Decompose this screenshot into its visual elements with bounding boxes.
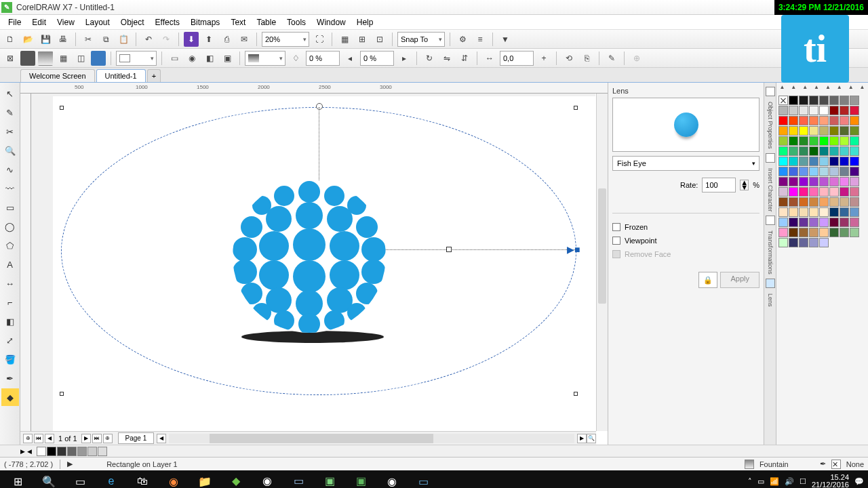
page-add2[interactable]: ⊕: [103, 434, 113, 443]
color-swatch[interactable]: [799, 177, 808, 186]
color-swatch[interactable]: [819, 146, 829, 156]
search-button[interactable]: 🔍: [34, 470, 64, 488]
rotation-handle[interactable]: [316, 103, 323, 110]
copy-button[interactable]: ⧉: [98, 32, 113, 47]
color-swatch[interactable]: [819, 218, 829, 227]
taskview-button[interactable]: ▭: [65, 470, 95, 488]
arrow-icon[interactable]: ↔: [482, 51, 497, 66]
color-swatch[interactable]: [829, 126, 839, 136]
color-swatch[interactable]: [789, 187, 798, 197]
effects-tool[interactable]: ◧: [1, 312, 19, 330]
tab-document[interactable]: Untitled-1: [96, 69, 146, 82]
color-swatch[interactable]: [789, 116, 798, 125]
save-button[interactable]: 💾: [38, 32, 53, 47]
lock-button[interactable]: 🔒: [698, 272, 717, 288]
dimension-tool[interactable]: ↔: [1, 274, 19, 292]
color-swatch[interactable]: [778, 167, 788, 176]
color-swatch[interactable]: [819, 177, 829, 186]
menu-view[interactable]: View: [52, 16, 80, 28]
color-swatch[interactable]: [778, 207, 788, 217]
color-swatch[interactable]: [809, 207, 818, 217]
color-swatch[interactable]: [829, 146, 839, 156]
page-tab[interactable]: Page 1: [118, 432, 155, 444]
color-swatch[interactable]: [850, 177, 859, 186]
apply-button[interactable]: Apply: [720, 272, 760, 288]
store-icon[interactable]: 🛍: [127, 470, 157, 488]
vertical-scrollbar[interactable]: [596, 94, 608, 431]
rectangle-tool[interactable]: ▭: [1, 199, 19, 216]
color-swatch[interactable]: [840, 177, 849, 186]
color-swatch[interactable]: [840, 116, 849, 125]
lens-mode-combo[interactable]: Fish Eye: [612, 156, 760, 171]
tab-icon-2[interactable]: [766, 153, 775, 163]
color-swatch[interactable]: [829, 96, 839, 105]
horizontal-scrollbar[interactable]: [169, 434, 574, 443]
color-swatch[interactable]: [829, 197, 839, 207]
color-swatch[interactable]: [789, 96, 798, 105]
color-swatch[interactable]: [809, 218, 818, 227]
menu-table[interactable]: Table: [251, 16, 281, 28]
color-swatch[interactable]: [819, 136, 829, 146]
grid-button[interactable]: ⊞: [355, 32, 370, 47]
outline-tool[interactable]: ✒: [1, 369, 19, 387]
page-first[interactable]: ⏮: [34, 434, 43, 443]
rulers-button[interactable]: ▦: [337, 32, 352, 47]
palette-up-1[interactable]: ▲: [776, 84, 788, 94]
edge-icon[interactable]: e: [96, 470, 126, 488]
options-button[interactable]: ⚙: [455, 32, 470, 47]
zoom-nav-icon[interactable]: 🔍: [587, 434, 596, 443]
color-swatch[interactable]: [778, 228, 788, 237]
plus-icon[interactable]: +: [536, 51, 551, 66]
menu-help[interactable]: Help: [351, 16, 379, 28]
add-icon[interactable]: ⊕: [629, 51, 644, 66]
menu-object[interactable]: Object: [115, 16, 150, 28]
color-swatch[interactable]: [789, 167, 798, 176]
color-swatch[interactable]: [778, 146, 788, 156]
color-swatch[interactable]: [850, 157, 859, 166]
color-swatch[interactable]: [840, 228, 849, 237]
chrome2-icon[interactable]: ◉: [377, 470, 407, 488]
menu-tools[interactable]: Tools: [281, 16, 311, 28]
color-swatch[interactable]: [809, 106, 818, 115]
pick-tool[interactable]: ↖: [1, 85, 19, 102]
color-swatch[interactable]: [850, 106, 859, 115]
connector-tool[interactable]: ⌐: [1, 293, 19, 311]
color-swatch[interactable]: [819, 116, 829, 125]
conical-icon[interactable]: ◧: [202, 51, 217, 66]
pattern-fill-icon[interactable]: ▦: [56, 51, 71, 66]
decrease-icon[interactable]: ◂: [342, 51, 357, 66]
export-button[interactable]: ⬆: [201, 32, 216, 47]
polygon-tool[interactable]: ⬠: [1, 237, 19, 254]
artistic-tool[interactable]: 〰: [1, 180, 19, 197]
align-button[interactable]: ≡: [473, 32, 488, 47]
page-next[interactable]: ▶: [81, 434, 91, 443]
hscroll-left[interactable]: ◀: [157, 434, 166, 443]
doc-no-color[interactable]: [37, 447, 46, 456]
tray-battery-icon[interactable]: ▭: [757, 477, 764, 486]
menu-text[interactable]: Text: [225, 16, 251, 28]
increase-icon[interactable]: ▸: [397, 51, 412, 66]
color-swatch[interactable]: [819, 207, 829, 217]
sphere-graphic[interactable]: [231, 178, 387, 334]
fountain-fill-icon[interactable]: [38, 51, 53, 66]
opacity1-field[interactable]: 0 %: [306, 51, 340, 66]
color-swatch[interactable]: [829, 167, 839, 176]
color-swatch[interactable]: [799, 126, 808, 136]
open-button[interactable]: 📂: [20, 32, 35, 47]
uniform-fill-icon[interactable]: [20, 51, 35, 66]
color-swatch[interactable]: [840, 157, 849, 166]
color-swatch[interactable]: [829, 157, 839, 166]
color-swatch[interactable]: [809, 157, 818, 166]
color-swatch[interactable]: [778, 106, 788, 115]
palette-up-8[interactable]: ▲: [856, 84, 868, 94]
tab-icon-4[interactable]: [766, 279, 775, 288]
chrome-icon[interactable]: ◉: [252, 470, 282, 488]
app4-icon[interactable]: ▣: [346, 470, 376, 488]
color-swatch[interactable]: [789, 238, 798, 247]
fill-arrow-icon[interactable]: ▶■: [567, 244, 580, 255]
color-swatch[interactable]: [840, 207, 849, 217]
color-swatch[interactable]: [778, 136, 788, 146]
no-color-swatch[interactable]: [778, 96, 788, 105]
guidelines-button[interactable]: ⊡: [372, 32, 387, 47]
taskbar-clock[interactable]: 15.24 21/12/2016: [812, 474, 849, 488]
